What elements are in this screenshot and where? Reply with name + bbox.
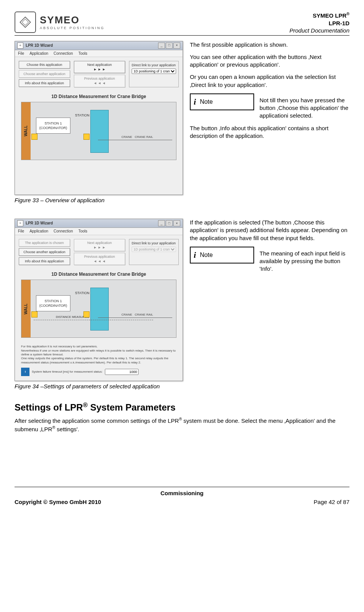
direct-link-group: Direct link to your application 1D posit… xyxy=(129,61,179,87)
header-right: SYMEO LPR® LPR-1D Product Documentation xyxy=(289,11,349,34)
window-title: LPR 1D Wizard xyxy=(26,43,156,48)
crane-bridge-icon xyxy=(90,288,109,331)
body-text: The first possible application is shown. xyxy=(190,41,349,49)
note-text: The meaning of each input field is avail… xyxy=(260,247,349,273)
info-icon: i xyxy=(194,96,196,108)
close-icon[interactable]: × xyxy=(173,220,180,226)
window-title: LPR 1D Wizard xyxy=(26,221,156,226)
brand-text: SYMEO xyxy=(40,15,105,25)
station1-box: STATION 1 (COORDINATOR) xyxy=(36,295,70,311)
wall-label: WALL xyxy=(23,303,29,314)
app-chosen-button: The application is chosen xyxy=(19,239,70,247)
next-app-button[interactable]: Next application► ► ► xyxy=(74,61,125,73)
sensor-icon xyxy=(83,134,90,140)
menu-tools[interactable]: Tools xyxy=(78,51,87,56)
brand-tagline: ABSOLUTE POSITIONING xyxy=(40,26,105,30)
crane-bridge-icon xyxy=(90,110,109,153)
note-box: i Note xyxy=(190,247,254,263)
info-app-button[interactable]: Info about this application xyxy=(19,79,70,87)
scene-diagram: WALL STATION 1 (COORDINATOR) STATION 2 C… xyxy=(21,102,176,160)
timeout-label: System failure timeout [ms] for measurem… xyxy=(32,370,103,374)
timeout-input[interactable] xyxy=(105,369,139,375)
prev-app-button: Previous application◄ ◄ ◄ xyxy=(74,253,125,265)
header-line1: SYMEO LPR xyxy=(313,12,346,19)
body-text: If the application is selected (The butt… xyxy=(190,219,349,242)
sensor-icon xyxy=(31,311,38,317)
maximize-icon[interactable]: □ xyxy=(166,220,173,226)
minimize-icon[interactable]: _ xyxy=(158,220,165,226)
app-icon xyxy=(17,43,23,49)
note-box: i Note xyxy=(190,93,254,110)
menu-file[interactable]: File xyxy=(18,229,24,234)
station2-label: STATION 2 xyxy=(75,291,92,295)
logo-icon xyxy=(15,11,36,33)
prev-app-button[interactable]: Previous application◄ ◄ ◄ xyxy=(74,75,125,87)
footer-center: Commissioning xyxy=(15,489,349,497)
page-footer: Commissioning Copyright © Symeo GmbH 201… xyxy=(15,487,349,506)
logo-block: SYMEO ABSOLUTE POSITIONING xyxy=(15,11,105,33)
crane-rail-line xyxy=(98,140,172,140)
note-label: Note xyxy=(200,98,213,106)
info-app-button[interactable]: Info about this application xyxy=(19,257,70,265)
figure33-caption: Figure 33 – Overview of application xyxy=(15,196,183,204)
direct-link-group: Direct link to your application 1D posit… xyxy=(129,239,179,265)
sensor-icon xyxy=(31,134,38,140)
parameter-text: For this application it is not necessary… xyxy=(15,342,183,381)
body-text: Or you can open a known application via … xyxy=(190,73,349,89)
distance-arrow xyxy=(34,320,153,320)
maximize-icon[interactable]: □ xyxy=(166,43,173,49)
menu-bar[interactable]: File Application Connection Tools xyxy=(15,50,183,57)
scene-title: 1D Distance Measurement for Crane Bridge xyxy=(15,269,183,280)
choose-other-button[interactable]: Choose another application xyxy=(19,70,70,78)
scene-title: 1D Distance Measurement for Crane Bridge xyxy=(15,91,183,102)
info-icon: i xyxy=(194,249,196,261)
footer-copyright: Copyright © Symeo GmbH 2010 xyxy=(15,498,101,506)
close-icon[interactable]: × xyxy=(173,43,180,49)
choose-app-button[interactable]: Choose this application xyxy=(19,61,70,69)
menu-tools[interactable]: Tools xyxy=(78,229,87,234)
screenshot-fig34: LPR 1D Wizard _ □ × File Application Con… xyxy=(15,219,183,381)
scene-diagram: WALL STATION 1 (COORDINATOR) STATION 2 D… xyxy=(21,280,176,338)
screenshot-fig33: LPR 1D Wizard _ □ × File Application Con… xyxy=(15,41,183,195)
menu-application[interactable]: Application xyxy=(29,229,48,234)
direct-link-label: Direct link to your application xyxy=(132,241,176,245)
note-label: Note xyxy=(200,251,213,259)
registered-mark: ® xyxy=(346,11,349,16)
header-line2: LPR-1D xyxy=(289,20,349,27)
svg-marker-0 xyxy=(20,17,30,27)
info-blue-icon[interactable]: i xyxy=(21,368,29,376)
menu-application[interactable]: Application xyxy=(29,51,48,56)
next-app-button: Next application► ► ► xyxy=(74,239,125,251)
crane-rail-line xyxy=(98,317,172,318)
menu-connection[interactable]: Connection xyxy=(54,229,73,234)
section-heading: Settings of LPR® System Parameters xyxy=(15,401,349,414)
svg-marker-1 xyxy=(22,19,29,26)
header-line3: Product Documentation xyxy=(289,27,349,34)
section-paragraph: After selecting the application some com… xyxy=(15,416,349,434)
menu-file[interactable]: File xyxy=(18,51,24,56)
station2-label: STATION 2 xyxy=(75,113,92,118)
direct-link-select[interactable]: 1D positioning of 1 crane bridge 1 xyxy=(132,69,176,74)
minimize-icon[interactable]: _ xyxy=(158,43,165,49)
choose-other-button[interactable]: Choose another application xyxy=(19,248,70,256)
body-text: The button ‚Info about this application'… xyxy=(190,124,349,140)
body-text: You can see other application with the b… xyxy=(190,53,349,69)
note-text: Not till then you have pressed the butto… xyxy=(260,93,349,120)
station1-box: STATION 1 (COORDINATOR) xyxy=(36,118,70,134)
menu-bar[interactable]: File Application Connection Tools xyxy=(15,228,183,235)
menu-connection[interactable]: Connection xyxy=(54,51,73,56)
sensor-icon xyxy=(83,311,90,317)
direct-link-select: 1D positioning of 1 crane bridge 1 xyxy=(132,247,176,252)
figure34-caption: Figure 34 –Settings of parameters of sel… xyxy=(15,383,183,390)
app-icon xyxy=(17,220,23,226)
footer-page-number: Page 42 of 87 xyxy=(314,498,349,506)
direct-link-label: Direct link to your application xyxy=(132,63,176,67)
page-header: SYMEO ABSOLUTE POSITIONING SYMEO LPR® LP… xyxy=(15,11,349,36)
wall-label: WALL xyxy=(23,126,29,136)
